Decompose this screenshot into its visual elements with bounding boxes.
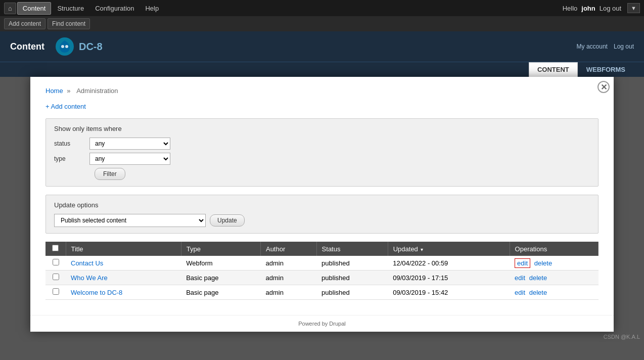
- row-operations-cell: edit delete: [510, 285, 598, 300]
- add-content-link[interactable]: + Add content: [45, 103, 86, 110]
- admin-nav: ⌂ Content Structure Configuration Help: [4, 2, 563, 15]
- tab-webforms[interactable]: WEBFORMS: [578, 62, 634, 77]
- row-updated-cell: 12/04/2022 - 00:59: [388, 256, 510, 271]
- nav-help[interactable]: Help: [140, 3, 164, 14]
- row-author-cell: admin: [260, 256, 316, 271]
- tab-content[interactable]: CONTENT: [529, 62, 578, 77]
- add-content-label: Add content: [51, 103, 86, 110]
- table-header-status: Status: [316, 242, 388, 256]
- row-status-cell: published: [316, 285, 388, 300]
- my-account-link[interactable]: My account: [577, 43, 608, 50]
- admin-dropdown-button[interactable]: ▼: [627, 3, 640, 13]
- nav-content[interactable]: Content: [17, 2, 52, 15]
- greeting-text: Hello: [563, 5, 578, 12]
- home-button[interactable]: ⌂: [4, 3, 16, 14]
- table-header-author: Author: [260, 242, 316, 256]
- table-header-checkbox: [45, 242, 66, 256]
- row-updated-cell: 09/03/2019 - 15:42: [388, 285, 510, 300]
- breadcrumb-home[interactable]: Home: [45, 87, 63, 95]
- site-logo: DC-8: [55, 36, 103, 57]
- site-name: DC-8: [79, 41, 103, 53]
- row-checkbox-cell: [45, 271, 66, 285]
- admin-user-section: Hello john Log out ▼: [563, 3, 640, 13]
- row-title-link[interactable]: Who We Are: [71, 274, 108, 282]
- delete-link[interactable]: delete: [529, 289, 547, 296]
- row-checkbox-cell: [45, 256, 66, 271]
- row-title-cell: Contact Us: [66, 256, 181, 271]
- site-title: Content: [10, 41, 44, 52]
- row-operations-cell: edit delete: [510, 271, 598, 285]
- row-author-cell: admin: [260, 271, 316, 285]
- username-text: john: [581, 5, 595, 12]
- breadcrumb-current: Administration: [76, 87, 118, 95]
- footer-text: CSDN @K.A.L: [604, 334, 640, 340]
- site-logout-link[interactable]: Log out: [614, 43, 634, 50]
- row-checkbox-cell: [45, 285, 66, 300]
- table-row: Welcome to DC-8 Basic page admin publish…: [45, 285, 599, 300]
- row-checkbox[interactable]: [53, 288, 59, 295]
- add-content-section: + Add content: [45, 103, 599, 110]
- delete-link[interactable]: delete: [529, 274, 547, 282]
- row-status-cell: published: [316, 271, 388, 285]
- row-title-link[interactable]: Contact Us: [71, 259, 103, 267]
- edit-link[interactable]: edit: [515, 274, 525, 282]
- secondary-bar: Add content Find content: [0, 16, 644, 31]
- row-type-cell: Webform: [181, 256, 260, 271]
- modal-close-button[interactable]: ✕: [597, 81, 610, 93]
- row-operations-cell: edit delete: [510, 256, 598, 271]
- content-tabs: CONTENT WEBFORMS: [0, 62, 644, 77]
- update-section: Update options Publish selected content …: [45, 195, 599, 234]
- row-checkbox[interactable]: [53, 274, 59, 280]
- table-row: Contact Us Webform admin published 12/04…: [45, 256, 599, 271]
- admin-bar: ⌂ Content Structure Configuration Help H…: [0, 0, 644, 16]
- site-header-right: My account Log out: [577, 43, 634, 50]
- filter-button-wrapper: Filter: [95, 168, 590, 180]
- edit-link[interactable]: edit: [515, 258, 530, 268]
- row-checkbox[interactable]: [53, 259, 59, 265]
- table-header-title: Title: [66, 242, 181, 256]
- update-action-select[interactable]: Publish selected content Unpublish selec…: [54, 214, 206, 227]
- type-label: type: [54, 155, 84, 162]
- filter-type-row: type any Basic page Webform: [54, 153, 590, 165]
- add-content-link-bar[interactable]: Add content: [4, 18, 45, 29]
- status-label: status: [54, 140, 84, 147]
- row-title-cell: Who We Are: [66, 271, 181, 285]
- update-button[interactable]: Update: [210, 214, 245, 227]
- add-icon: +: [45, 103, 50, 110]
- table-header-type: Type: [181, 242, 260, 256]
- table-header-operations: Operations: [510, 242, 598, 256]
- table-row: Who We Are Basic page admin published 09…: [45, 271, 599, 285]
- select-all-checkbox[interactable]: [52, 245, 59, 251]
- breadcrumb-separator: »: [67, 87, 70, 95]
- nav-structure[interactable]: Structure: [52, 3, 89, 14]
- table-header-updated[interactable]: Updated ▾: [388, 242, 510, 256]
- row-title-cell: Welcome to DC-8: [66, 285, 181, 300]
- filter-button[interactable]: Filter: [95, 168, 125, 180]
- row-status-cell: published: [316, 256, 388, 271]
- svg-point-1: [61, 45, 64, 48]
- site-header: Content DC-8 My account Log out: [0, 31, 644, 62]
- row-title-link[interactable]: Welcome to DC-8: [71, 289, 122, 296]
- modal-footer: Powered by Drupal: [30, 315, 614, 332]
- breadcrumb: Home » Administration: [45, 87, 599, 95]
- status-select[interactable]: any published unpublished: [89, 138, 170, 150]
- powered-by-text: Powered by Drupal: [298, 321, 346, 327]
- find-content-link-bar[interactable]: Find content: [48, 18, 90, 29]
- site-header-left: Content DC-8: [10, 36, 103, 57]
- row-author-cell: admin: [260, 285, 316, 300]
- nav-configuration[interactable]: Configuration: [90, 3, 139, 14]
- filter-section: Show only items where status any publish…: [45, 118, 599, 187]
- update-section-title: Update options: [54, 201, 590, 209]
- edit-link[interactable]: edit: [515, 289, 525, 296]
- sort-icon: ▾: [421, 247, 423, 252]
- modal-content: Home » Administration + Add content Show…: [30, 77, 614, 315]
- admin-logout-link[interactable]: Log out: [600, 5, 621, 12]
- type-select[interactable]: any Basic page Webform: [89, 153, 170, 165]
- page-footer: CSDN @K.A.L: [0, 332, 644, 342]
- modal-overlay: ✕ Home » Administration + Add content Sh…: [30, 77, 614, 332]
- row-updated-cell: 09/03/2019 - 17:15: [388, 271, 510, 285]
- filter-section-title: Show only items where: [54, 125, 590, 132]
- content-table: Title Type Author Status Updated ▾ Opera…: [45, 242, 599, 300]
- drupal-logo-icon: [55, 36, 75, 57]
- delete-link[interactable]: delete: [534, 259, 552, 267]
